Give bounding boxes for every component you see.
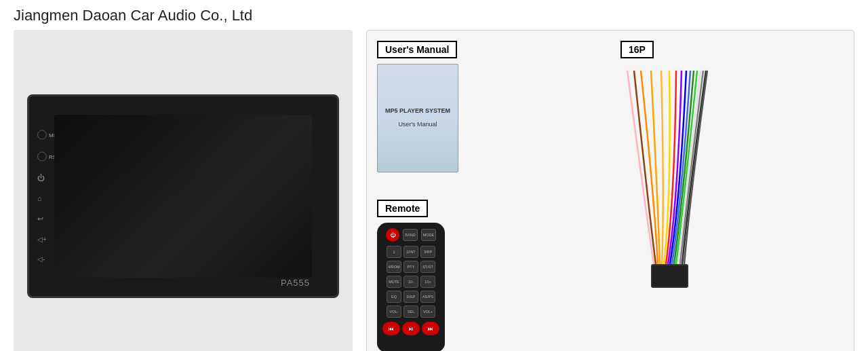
remote-label: Remote: [377, 200, 428, 217]
remote-play-button[interactable]: ⏯: [402, 322, 420, 335]
remote-row5: EQ DISP AS/PS: [387, 291, 435, 303]
car-unit-container: MIC RST ⏻ ⌂ ↩ ◁+ ◁- PA555: [14, 30, 353, 351]
manual-book: MP5 PLAYER SYSTEM User's Manual: [377, 64, 458, 172]
manual-book-title: MP5 PLAYER SYSTEM: [385, 107, 450, 115]
remote-mode-label: MODE: [423, 233, 435, 238]
wiring-section: 16P: [614, 41, 844, 351]
company-title: Jiangmen Daoan Car Audio Co., Ltd: [14, 7, 854, 24]
remote-btn-4rom[interactable]: 4/ROM: [387, 261, 401, 273]
remote-power-button[interactable]: ⏻: [386, 228, 399, 242]
remote-btn-sel[interactable]: SEL: [403, 306, 418, 318]
remote-section: Remote ⏻ BAND MODE: [377, 200, 607, 351]
page-container: Jiangmen Daoan Car Audio Co., Ltd MIC RS…: [0, 0, 868, 351]
accessories-box: User's Manual MP5 PLAYER SYSTEM User's M…: [366, 30, 854, 351]
remote-btn-asps[interactable]: AS/PS: [420, 291, 435, 303]
car-unit-model: PA555: [281, 278, 310, 288]
remote-mode-button[interactable]: MODE: [421, 229, 436, 241]
remote-btn-volplus[interactable]: VOL+: [420, 306, 435, 318]
remote-btn-10plus[interactable]: 10+: [420, 276, 435, 288]
car-unit: MIC RST ⏻ ⌂ ↩ ◁+ ◁- PA555: [27, 94, 339, 298]
remote-body: ⏻ BAND MODE 1 2/INT: [377, 223, 445, 351]
manual-label: User's Manual: [377, 41, 457, 58]
wiring-label: 16P: [620, 41, 654, 58]
remote-btn-3rp[interactable]: 3/RP: [420, 246, 435, 258]
remote-btn-volminus[interactable]: VOL-: [387, 306, 401, 318]
remote-btn-1[interactable]: 1: [387, 246, 401, 258]
remote-btn-2int[interactable]: 2/INT: [403, 246, 418, 258]
remote-power-row: ⏻ BAND MODE: [386, 228, 436, 242]
remote-media-row: ⏮ ⏯ ⏭: [382, 322, 439, 335]
remote-next-button[interactable]: ⏭: [422, 322, 439, 335]
remote-band-button[interactable]: BAND: [403, 229, 418, 241]
car-unit-screen: [54, 115, 312, 278]
remote-btn-10minus[interactable]: 10-: [403, 276, 418, 288]
remote-prev-button[interactable]: ⏮: [382, 322, 400, 335]
connector-inner: [652, 265, 687, 287]
content-row: MIC RST ⏻ ⌂ ↩ ◁+ ◁- PA555: [14, 30, 854, 351]
remote-row4: MUTE 10- 10+: [387, 276, 435, 288]
remote-btn-stst[interactable]: ST/ST: [420, 261, 435, 273]
manual-book-subtitle: User's Manual: [398, 121, 437, 129]
remote-btn-pty[interactable]: PTY: [403, 261, 418, 273]
rst-circle: [37, 152, 47, 162]
remote-row3: 4/ROM PTY ST/ST: [387, 261, 435, 273]
remote-btn-disp[interactable]: DISP: [403, 291, 418, 303]
remote-btn-mute[interactable]: MUTE: [387, 276, 401, 288]
manual-section: User's Manual MP5 PLAYER SYSTEM User's M…: [377, 41, 607, 193]
mic-circle: [37, 130, 47, 140]
remote-btn-eq[interactable]: EQ: [387, 291, 401, 303]
remote-row6: VOL- SEL VOL+: [387, 306, 435, 318]
remote-band-label: BAND: [405, 233, 415, 238]
remote-row2: 1 2/INT 3/RP: [387, 246, 435, 258]
wiring-harness-svg: [620, 64, 715, 295]
